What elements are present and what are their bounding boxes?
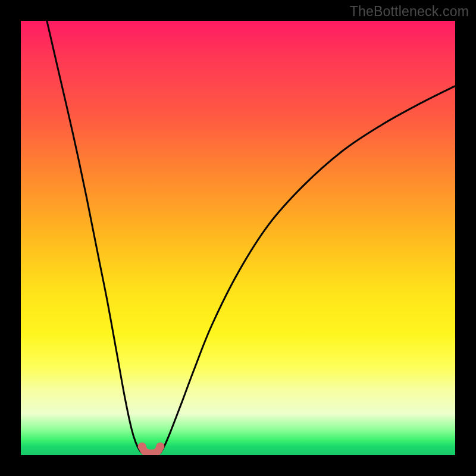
valley-marker-endpoint [156, 442, 164, 450]
curve-left-branch [47, 21, 142, 453]
plot-area [21, 21, 455, 455]
valley-marker-endpoint [138, 442, 146, 450]
curve-right-branch [160, 86, 455, 453]
chart-canvas: TheBottleneck.com [0, 0, 476, 476]
plot-svg [21, 21, 455, 455]
attribution-caption: TheBottleneck.com [350, 4, 469, 20]
valley-marker-dots [138, 442, 165, 450]
